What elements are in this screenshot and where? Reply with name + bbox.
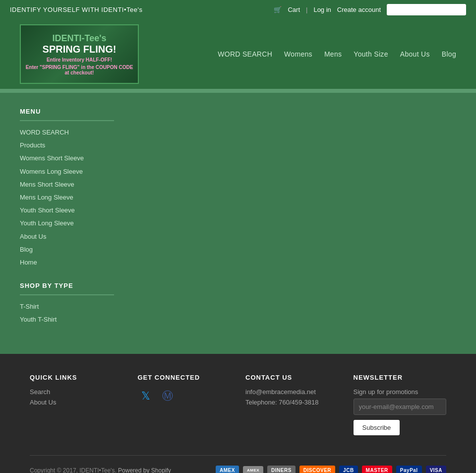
top-bar: IDENTIFY YOURSELF WITH IDENTI•Tee's 🛒 Ca… [0,0,476,19]
footer-copyright: Copyright © 2017, IDENTI•Tee's. Powered … [30,467,171,473]
logo-event: SPRING FLING! [43,44,117,55]
sidebar-shop-section: SHOP BY TYPE T-Shirt Youth T-Shirt [20,282,114,324]
copyright-text: Copyright © 2017, IDENTI•Tee's. [30,467,117,473]
create-account-link[interactable]: Create account [337,6,381,13]
sidebar-item-youth-tshirt[interactable]: Youth T-Shirt [20,315,114,324]
footer-link-search[interactable]: Search [30,388,123,396]
footer-grid: QUICK LINKS Search About Us GET CONNECTE… [30,374,446,435]
top-bar-actions: 🛒 Cart | Log in Create account [274,4,466,15]
sidebar: MENU WORD SEARCH Products Womens Short S… [0,93,129,354]
main-container: MENU WORD SEARCH Products Womens Short S… [0,93,476,354]
visa-icon: VISA [426,466,446,473]
main-nav: WORD SEARCH Womens Mens Youth Size About… [218,50,456,58]
newsletter-email-input[interactable] [354,399,447,415]
contact-phone: Telephone: 760/459-3818 [245,399,339,406]
footer-link-about-us[interactable]: About Us [30,399,123,406]
nav-youth-size[interactable]: Youth Size [354,50,388,58]
newsletter-signup: Sign up for promotions [354,388,447,396]
nav-about-us[interactable]: About Us [400,50,430,58]
nav-womens[interactable]: Womens [284,50,312,58]
shop-title: SHOP BY TYPE [20,282,114,289]
sidebar-item-word-search[interactable]: WORD SEARCH [20,128,114,137]
logo-promo2: Enter "SPRING FLING" in the COUPON CODE … [25,65,134,75]
sidebar-item-womens-long[interactable]: Womens Long Sleeve [20,167,114,176]
nav-blog[interactable]: Blog [442,50,456,58]
cart-link[interactable]: Cart [288,6,300,13]
logo-promo1: Entire Inventory HALF-OFF! [47,57,112,63]
search-input[interactable] [387,4,466,15]
powered-by-link[interactable]: Powered by Shopify [118,467,171,473]
sidebar-item-youth-long[interactable]: Youth Long Sleeve [20,219,114,228]
subscribe-button[interactable]: Subscribe [354,420,400,435]
footer-get-connected: GET CONNECTED 𝕏 Ⓜ [138,374,231,435]
sidebar-item-blog[interactable]: Blog [20,245,114,254]
divider: | [306,6,307,13]
sidebar-item-womens-short[interactable]: Womens Short Sleeve [20,154,114,163]
facebook-icon[interactable]: Ⓜ [160,388,176,404]
content-area [129,93,476,354]
quick-links-title: QUICK LINKS [30,374,123,381]
mastercard-icon: MASTER [362,466,392,473]
contact-title: CONTACT US [245,374,339,381]
twitter-icon[interactable]: 𝕏 [138,388,154,404]
newsletter-title: NEWSLETTER [354,374,447,381]
get-connected-title: GET CONNECTED [138,374,231,381]
tagline: IDENTIFY YOURSELF WITH IDENTI•Tee's [10,6,142,13]
footer-contact-us: CONTACT US info@embracemedia.net Telepho… [245,374,339,435]
footer-quick-links: QUICK LINKS Search About Us [30,374,123,435]
section-divider [0,89,476,93]
sidebar-menu-section: MENU WORD SEARCH Products Womens Short S… [20,108,114,267]
paypal-icon: PayPal [396,466,422,473]
jcb-icon: JCB [339,466,358,473]
discover-icon: DISCOVER [299,466,335,473]
payment-icons: AMEX AMEX DINERS DISCOVER JCB MASTER Pay… [216,466,446,473]
header: IDENTI-Tee's SPRING FLING! Entire Invent… [0,19,476,89]
logo-container: IDENTI-Tee's SPRING FLING! Entire Invent… [20,24,139,84]
menu-title: MENU [20,108,114,115]
diners-icon: DINERS [267,466,296,473]
footer-bottom: Copyright © 2017, IDENTI•Tee's. Powered … [30,455,446,473]
logo-brand: IDENTI-Tee's [53,33,107,44]
footer-newsletter: NEWSLETTER Sign up for promotions Subscr… [354,374,447,435]
contact-email: info@embracemedia.net [245,388,339,396]
nav-mens[interactable]: Mens [324,50,342,58]
sidebar-item-tshirt[interactable]: T-Shirt [20,302,114,311]
sidebar-divider-shop [20,294,114,295]
social-icons: 𝕏 Ⓜ [138,388,231,404]
sidebar-item-home[interactable]: Home [20,258,114,267]
logo: IDENTI-Tee's SPRING FLING! Entire Invent… [20,24,139,84]
sidebar-item-mens-long[interactable]: Mens Long Sleeve [20,193,114,202]
sidebar-item-about-us[interactable]: About Us [20,232,114,241]
login-link[interactable]: Log in [313,6,331,13]
amex2-icon: AMEX [243,466,263,473]
sidebar-item-youth-short[interactable]: Youth Short Sleeve [20,206,114,215]
sidebar-divider-menu [20,120,114,121]
nav-word-search[interactable]: WORD SEARCH [218,50,272,58]
amex-icon: AMEX [216,466,239,473]
footer: QUICK LINKS Search About Us GET CONNECTE… [0,354,476,473]
cart-icon: 🛒 [274,6,282,13]
sidebar-item-mens-short[interactable]: Mens Short Sleeve [20,180,114,189]
sidebar-item-products[interactable]: Products [20,141,114,150]
